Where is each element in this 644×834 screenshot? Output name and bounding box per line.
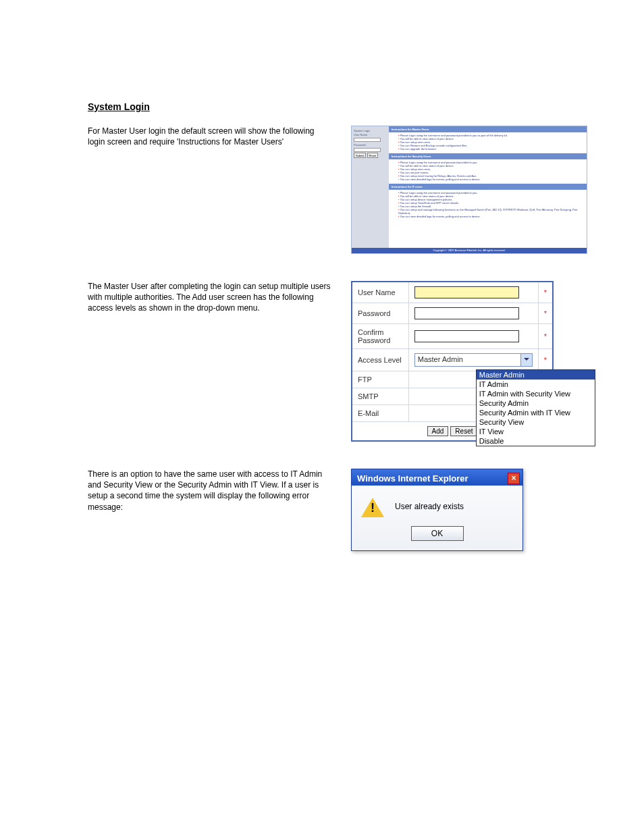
instr-item: You can setup and manage following funct… xyxy=(398,208,583,215)
access-option[interactable]: IT Admin with Security View xyxy=(477,389,595,398)
access-option[interactable]: IT Admin xyxy=(477,380,595,389)
ok-button[interactable]: OK xyxy=(411,526,464,541)
dialog-message: User already exists xyxy=(395,502,464,511)
password-input[interactable] xyxy=(414,307,519,319)
login-panel-title: System Login xyxy=(354,129,387,132)
login-user-label: User Name xyxy=(354,133,387,136)
instr-it-head: Instructions for IT users xyxy=(389,184,587,190)
access-option[interactable]: Master Admin xyxy=(477,370,595,380)
username-label: User Name xyxy=(352,282,408,303)
smtp-label: SMTP xyxy=(352,388,408,405)
close-icon[interactable]: × xyxy=(508,473,520,484)
add-user-form: User Name * Password * Confirm Password … xyxy=(351,281,554,442)
access-level-label: Access Level xyxy=(352,349,408,371)
access-option[interactable]: IT View xyxy=(477,427,595,436)
intro-paragraph: For Master User login the default screen… xyxy=(88,126,351,147)
access-level-select[interactable]: Master Admin xyxy=(414,353,533,367)
login-pass-input[interactable] xyxy=(354,148,381,152)
instr-item: You can view detailed logs for events, p… xyxy=(398,178,583,181)
ftp-label: FTP xyxy=(352,371,408,388)
access-option[interactable]: Security Admin xyxy=(477,398,595,408)
login-footer: Copyright © 2007 American Fibertek, Inc.… xyxy=(352,248,587,253)
confirm-password-label: Confirm Password xyxy=(352,324,408,349)
instr-master-head: Instructions for Master Users xyxy=(389,126,587,132)
warning-icon: ! xyxy=(361,496,384,517)
add-button[interactable]: Add xyxy=(427,426,449,436)
required-mark: * xyxy=(538,349,553,371)
required-mark: * xyxy=(538,282,553,303)
login-reset-button[interactable]: Reset xyxy=(367,153,378,158)
adduser-paragraph: The Master User after completing the log… xyxy=(88,281,351,314)
password-label: Password xyxy=(352,303,408,324)
login-pass-label: Password xyxy=(354,143,387,147)
required-mark: * xyxy=(538,303,553,324)
reset-button[interactable]: Reset xyxy=(450,426,477,436)
access-option[interactable]: Security Admin with IT View xyxy=(477,408,595,417)
login-submit-button[interactable]: Submit xyxy=(354,153,366,158)
instr-item: You can upgrade the firmware. xyxy=(398,147,583,151)
duplicate-user-paragraph: There is an option to have the same user… xyxy=(88,469,351,513)
section-title: System Login xyxy=(88,101,603,112)
chevron-down-icon[interactable] xyxy=(520,354,532,366)
access-level-value: Master Admin xyxy=(418,355,463,363)
required-mark: * xyxy=(538,324,553,349)
instr-security-head: Instructions for Security Users xyxy=(389,153,587,159)
login-screenshot: System Login User Name Password Submit R… xyxy=(351,126,587,254)
access-option[interactable]: Disable xyxy=(477,436,595,446)
dialog-title: Windows Internet Explorer xyxy=(357,473,468,484)
access-option[interactable]: Security View xyxy=(477,417,595,427)
email-label: E-Mail xyxy=(352,405,408,422)
error-dialog: Windows Internet Explorer × ! User alrea… xyxy=(351,469,523,551)
confirm-password-input[interactable] xyxy=(414,330,519,342)
username-input[interactable] xyxy=(414,286,519,298)
login-user-input[interactable] xyxy=(354,138,381,142)
instr-item: You can view detailed logs for events, p… xyxy=(398,215,583,218)
access-level-dropdown[interactable]: Master Admin IT Admin IT Admin with Secu… xyxy=(476,369,595,446)
